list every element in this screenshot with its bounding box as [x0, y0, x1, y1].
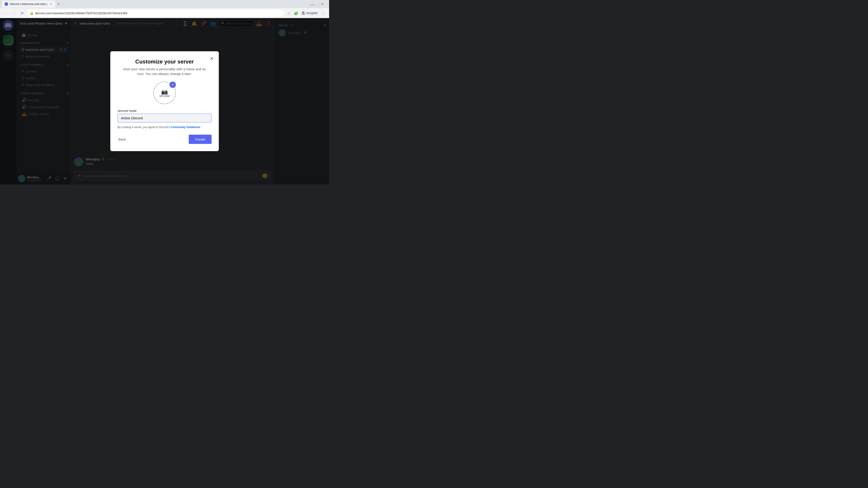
modal-title: Customize your server: [135, 59, 194, 65]
tab-title: Discord | #welcome-and-rules |: [10, 2, 47, 6]
maximize-button[interactable]: ⬜: [315, 2, 319, 6]
lock-icon: 🔒: [30, 11, 34, 15]
close-window-button[interactable]: ✕: [321, 2, 324, 6]
server-name-label: SERVER NAME: [118, 109, 137, 112]
tab-favicon: [4, 2, 8, 6]
active-tab[interactable]: Discord | #welcome-and-rules | ✕: [2, 0, 55, 8]
modal-overlay: ✕ Customize your server Give your new se…: [0, 18, 329, 184]
back-button[interactable]: Back: [118, 135, 127, 144]
browser-chrome: Discord | #welcome-and-rules | ✕ + — ⬜ ✕…: [0, 0, 329, 18]
customize-server-modal: ✕ Customize your server Give your new se…: [110, 51, 219, 151]
discord-app: 🌿 + Arts and Photos Here-Disc ▾ 📅 Events…: [0, 18, 329, 184]
forward-button[interactable]: →: [11, 10, 17, 16]
back-button[interactable]: ←: [3, 10, 9, 16]
upload-plus-button[interactable]: +: [169, 82, 176, 88]
modal-close-button[interactable]: ✕: [208, 55, 215, 62]
nav-bar: ← → ⟳ 🔒 discord.com/channels/11823614564…: [0, 8, 329, 18]
terms-text: By creating a server, you agree to Disco…: [118, 125, 201, 129]
address-text: discord.com/channels/1182361456461750375…: [35, 11, 281, 15]
menu-button[interactable]: ⋮: [320, 10, 327, 16]
community-guidelines-link[interactable]: Community Guidelines: [170, 126, 200, 129]
tab-close-button[interactable]: ✕: [49, 2, 53, 6]
address-bar[interactable]: 🔒 discord.com/channels/11823614564617503…: [27, 9, 284, 17]
incognito-icon: 🕵: [302, 11, 305, 15]
bookmark-button[interactable]: ☆: [286, 10, 292, 16]
server-name-input[interactable]: [118, 113, 212, 123]
modal-subtitle: Give your new server a personality with …: [122, 67, 208, 76]
new-tab-button[interactable]: +: [55, 1, 62, 7]
upload-label: UPLOAD: [159, 95, 169, 97]
extension-button[interactable]: 🧩: [293, 10, 299, 16]
minimize-button[interactable]: —: [310, 2, 314, 6]
reload-button[interactable]: ⟳: [19, 10, 25, 16]
modal-footer: Back Create: [118, 135, 212, 144]
incognito-label: Incognito: [306, 11, 317, 15]
nav-actions: ☆ 🧩 🕵 Incognito ⋮: [286, 10, 327, 16]
create-button[interactable]: Create: [189, 135, 212, 144]
tab-bar: Discord | #welcome-and-rules | ✕ + — ⬜ ✕: [0, 0, 329, 8]
incognito-badge: 🕵 Incognito: [300, 11, 319, 15]
camera-icon: 📷: [161, 89, 168, 95]
upload-area[interactable]: 📷 UPLOAD +: [153, 82, 176, 104]
